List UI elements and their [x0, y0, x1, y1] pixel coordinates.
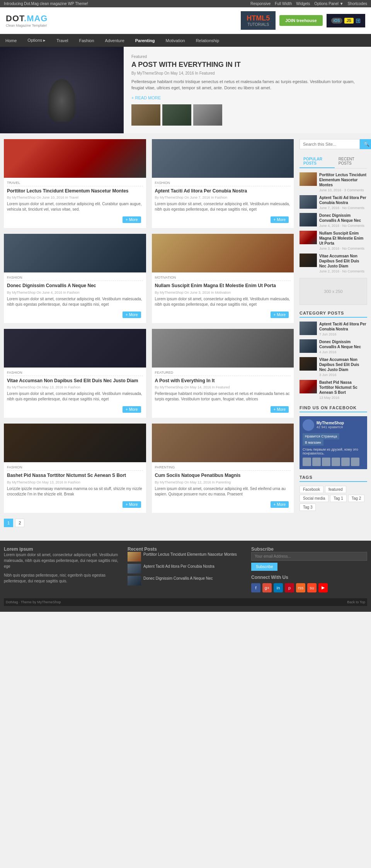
- nav-adventure[interactable]: Adventure: [100, 34, 130, 47]
- popular-post-title-3[interactable]: Donec Dignissim Convallis A Neque Nec: [319, 213, 367, 223]
- hero-read-more[interactable]: + READ MORE: [131, 95, 161, 100]
- popular-post-title-5[interactable]: Vitae Accumsan Non Dapibus Sed Elit Duis…: [319, 254, 367, 269]
- options-link[interactable]: Options Panel ▼: [314, 2, 344, 6]
- logo-dot: DOT: [6, 14, 24, 23]
- cat-post-title-1[interactable]: Aptent Taciti Ad litora Per Conubia Nost…: [319, 322, 367, 332]
- nav-relationship[interactable]: Relationship: [191, 34, 225, 47]
- popular-post-image-2[interactable]: [300, 195, 317, 209]
- post-title-fashion1[interactable]: Aptent Taciti Ad litora Per Conubia Nost…: [155, 188, 291, 194]
- tag-featured[interactable]: featured: [325, 486, 346, 493]
- shortcodes-link[interactable]: Shortcodes: [347, 2, 367, 6]
- responsive-link[interactable]: Responsive: [250, 2, 271, 6]
- footer-post-title-1[interactable]: Porttitor Lectus Tincidunt Elementum Nas…: [143, 552, 237, 562]
- footer-post-image-2[interactable]: [128, 564, 141, 574]
- footer-post-image-3[interactable]: [128, 576, 141, 585]
- hero-thumb-3[interactable]: [193, 104, 222, 126]
- nav-travel[interactable]: Travel: [51, 34, 73, 47]
- post-category-travel: TRAVEL: [7, 181, 143, 186]
- post-image-travel[interactable]: [4, 139, 146, 178]
- cat-post-image-3[interactable]: [300, 357, 317, 371]
- cat-post-image-2[interactable]: [300, 339, 317, 353]
- popular-post-image-5[interactable]: [300, 254, 317, 267]
- post-title-featured[interactable]: A Post with Everything In It: [155, 378, 291, 384]
- google-plus-icon[interactable]: g+: [262, 583, 272, 592]
- more-btn-travel[interactable]: + More: [123, 216, 141, 223]
- linkedin-icon[interactable]: in: [274, 583, 283, 592]
- cat-post-title-2[interactable]: Donec Dignissim Convallis A Neque Nec: [319, 339, 367, 349]
- footer-post-image-1[interactable]: [128, 552, 141, 562]
- hero-thumb-1[interactable]: [131, 104, 160, 126]
- cat-post-title-4[interactable]: Bashet Pid Nassa Torttitor Nictumst Sc A…: [319, 380, 367, 395]
- more-btn-fashion2[interactable]: + More: [123, 311, 141, 318]
- post-image-motivation[interactable]: [152, 234, 294, 272]
- footer-about-title: Lorem ipsum: [4, 546, 120, 552]
- cat-post-title-3[interactable]: Vitae Accumsan Non Dapibus Sed Elit Duis…: [319, 357, 367, 372]
- cat-post-image-1[interactable]: [300, 322, 317, 335]
- footer-post-title-3[interactable]: Donec Dignissim Convallis A Neque Nec: [143, 576, 213, 585]
- post-title-parenting[interactable]: Cum Sociis Natoque Penatibus Magnis: [155, 473, 291, 479]
- html5-banner[interactable]: HTML5 TUTORIALS: [241, 11, 276, 30]
- post-image-fashion2[interactable]: [4, 234, 146, 272]
- search-input[interactable]: [300, 139, 360, 149]
- nav-home[interactable]: Home: [0, 34, 22, 47]
- youtube-icon[interactable]: ▶: [318, 583, 328, 592]
- post-title-fashion4[interactable]: Bashet Pid Nassa Torttitor Nictumst Sc A…: [7, 473, 143, 479]
- popular-post-title-1[interactable]: Porttitor Lectus Tincidunt Elementum Nas…: [319, 172, 367, 187]
- connect-title: Connect With Us: [251, 575, 367, 580]
- nav-options[interactable]: Options ▸: [22, 34, 51, 47]
- hero-thumb-2[interactable]: [162, 104, 191, 126]
- popular-post-image-3[interactable]: [300, 213, 317, 226]
- tab-recent[interactable]: RECENT POSTS: [335, 155, 367, 168]
- popular-post-title-4[interactable]: Nullam Suscipit Enim Magna Et Molestie E…: [319, 231, 367, 246]
- tab-popular[interactable]: POPULAR POSTS: [300, 155, 335, 168]
- post-meta-fashion1: By MyThemeShop On June 7, 2016 In Fashio…: [155, 196, 291, 199]
- post-title-fashion3[interactable]: Vitae Accumsan Non Dapibus Sed Elit Duis…: [7, 378, 143, 384]
- post-title-motivation[interactable]: Nullam Suscipit Enim Magna Et Molestie E…: [155, 283, 291, 289]
- fb-like-btn[interactable]: Нравится Страница: [303, 433, 339, 439]
- more-btn-motivation[interactable]: + More: [271, 311, 289, 318]
- facebook-icon[interactable]: f: [251, 583, 260, 592]
- fb-shop-btn[interactable]: В магазин: [303, 439, 323, 446]
- post-card-body: TRAVEL Porttitor Lectus Tincidunt Elemen…: [4, 178, 146, 228]
- logo[interactable]: DOT.MAG Clean Magazine Template!: [6, 14, 48, 27]
- more-btn-fashion1[interactable]: + More: [271, 216, 289, 223]
- post-image-fashion4[interactable]: [4, 424, 146, 462]
- page-2-btn[interactable]: 2: [15, 519, 24, 527]
- pinterest-icon[interactable]: p: [285, 583, 294, 592]
- widgets-link[interactable]: Widgets: [296, 2, 310, 6]
- tag-2[interactable]: Tag 2: [348, 495, 364, 502]
- page-1-btn[interactable]: 1: [4, 519, 13, 527]
- post-image-parenting[interactable]: [152, 424, 294, 462]
- treehouse-button[interactable]: JOIN treehouse: [279, 15, 322, 26]
- more-btn-fashion4[interactable]: + More: [123, 501, 141, 508]
- more-btn-featured[interactable]: + More: [271, 406, 289, 413]
- tag-3[interactable]: Tag 3: [300, 504, 316, 511]
- post-image-fashion1[interactable]: [152, 139, 294, 178]
- tag-facebook[interactable]: Facebook: [300, 486, 323, 493]
- content-area: TRAVEL Porttitor Lectus Tincidunt Elemen…: [0, 133, 371, 537]
- cat-post-image-4[interactable]: [300, 380, 317, 393]
- more-btn-parenting[interactable]: + More: [271, 501, 289, 508]
- rss-icon[interactable]: rss: [296, 583, 305, 592]
- popular-post-image-4[interactable]: [300, 231, 317, 244]
- fullwidth-link[interactable]: Full Width: [275, 2, 292, 6]
- popular-post-title-2[interactable]: Aptent Taciti Ad litora Per Conubia Nost…: [319, 195, 367, 205]
- nav-motivation[interactable]: Motivation: [160, 34, 191, 47]
- nav-parenting[interactable]: Parenting: [130, 34, 160, 47]
- subscribe-button[interactable]: Subscribe: [251, 563, 277, 571]
- nav-fashion[interactable]: Fashion: [73, 34, 99, 47]
- popular-post-image-1[interactable]: [300, 172, 317, 186]
- subscribe-email-input[interactable]: [251, 552, 367, 561]
- post-image-fashion3[interactable]: [4, 329, 146, 368]
- post-title-travel[interactable]: Porttitor Lectus Tincidunt Elementum Nas…: [7, 188, 143, 194]
- more-btn-fashion3[interactable]: + More: [123, 406, 141, 413]
- post-title-fashion2[interactable]: Donec Dignissim Convallis A Neque Nec: [7, 283, 143, 289]
- footer-post-title-2[interactable]: Aptent Taciti Ad litora Per Conubia Nost…: [143, 564, 214, 574]
- tag-1[interactable]: Tag 1: [330, 495, 346, 502]
- post-image-featured[interactable]: [152, 329, 294, 368]
- search-button[interactable]: 🔍: [360, 139, 371, 149]
- tutorials-label: TUTORIALS: [247, 22, 270, 27]
- tag-social-media[interactable]: Social media: [300, 495, 328, 502]
- back-to-top[interactable]: Back to Top: [347, 600, 365, 604]
- stumbleupon-icon[interactable]: su: [307, 583, 317, 592]
